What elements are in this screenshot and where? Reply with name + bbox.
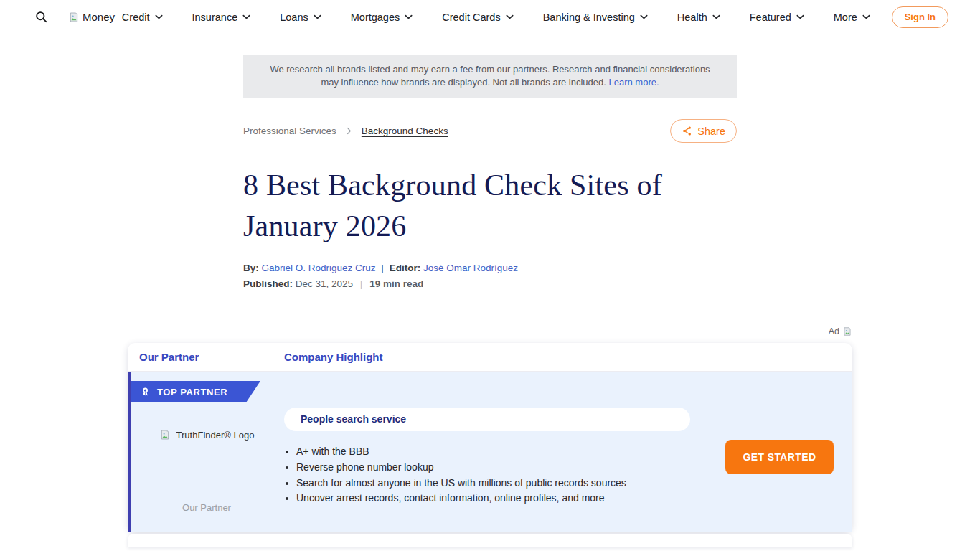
- nav-item-more[interactable]: More: [834, 11, 870, 23]
- broken-image-icon: [68, 11, 80, 23]
- search-button[interactable]: [33, 9, 50, 25]
- nav-item-credit-cards[interactable]: Credit Cards: [442, 11, 513, 23]
- table-row: TOP PARTNER TruthFinder® Logo Our Partne…: [128, 372, 852, 532]
- get-started-button[interactable]: GET STARTED: [725, 440, 834, 474]
- nav-item-insurance[interactable]: Insurance: [192, 11, 251, 23]
- top-partner-badge: TOP PARTNER: [131, 381, 260, 402]
- author-link[interactable]: Gabriel O. Rodriguez Cruz: [262, 263, 376, 273]
- chevron-down-icon: [862, 14, 870, 19]
- chevron-down-icon: [506, 14, 514, 19]
- our-partner-caption: Our Partner: [138, 502, 275, 513]
- next-table-row-partial: [128, 534, 852, 547]
- chevron-down-icon: [405, 14, 413, 19]
- medal-icon: [140, 387, 151, 397]
- main-menu: Credit Insurance Loans Mortgages Credit …: [115, 11, 877, 23]
- service-category-pill: People search service: [284, 408, 690, 431]
- share-icon: [682, 126, 692, 136]
- highlight-bullet: Uncover arrest records, contact informat…: [296, 491, 626, 505]
- by-label: By:: [243, 263, 259, 273]
- published-label: Published:: [243, 278, 293, 289]
- highlight-bullet: Reverse phone number lookup: [296, 460, 626, 474]
- top-partner-label: TOP PARTNER: [157, 387, 227, 397]
- highlight-bullet-list: A+ with the BBB Reverse phone number loo…: [284, 444, 626, 507]
- share-label: Share: [697, 126, 725, 137]
- nav-item-health[interactable]: Health: [677, 11, 720, 23]
- highlight-bullet: A+ with the BBB: [296, 444, 626, 458]
- chevron-down-icon: [314, 14, 321, 19]
- advertiser-disclosure: We research all brands listed and may ea…: [243, 55, 737, 98]
- nav-item-featured[interactable]: Featured: [750, 11, 804, 23]
- partner-logo[interactable]: TruthFinder® Logo: [138, 429, 275, 441]
- column-header-our-partner: Our Partner: [139, 351, 284, 363]
- breadcrumb-parent[interactable]: Professional Services: [243, 126, 336, 136]
- learn-more-link[interactable]: Learn more.: [608, 77, 659, 88]
- chevron-down-icon: [712, 14, 720, 19]
- breadcrumb-chevron-icon: [347, 127, 352, 135]
- published-line: Published: Dec 31, 2025 | 19 min read: [243, 278, 737, 289]
- nav-item-credit[interactable]: Credit: [122, 11, 163, 23]
- share-button[interactable]: Share: [670, 119, 737, 143]
- published-date: Dec 31, 2025: [296, 278, 353, 289]
- chevron-down-icon: [242, 14, 250, 19]
- nav-left: Money: [33, 9, 115, 25]
- logo-alt-text: Money: [83, 11, 115, 23]
- highlight-bullet: Search for almost anyone in the US with …: [296, 476, 626, 490]
- broken-image-icon: [159, 429, 171, 441]
- nav-item-banking-investing[interactable]: Banking & Investing: [543, 11, 648, 23]
- ad-disclosure: Ad: [128, 325, 852, 337]
- sign-in-button[interactable]: Sign In: [892, 6, 948, 28]
- column-header-company-highlight: Company Highlight: [284, 351, 383, 363]
- breadcrumb-current[interactable]: Background Checks: [362, 126, 448, 136]
- search-icon: [34, 10, 48, 24]
- chevron-down-icon: [796, 14, 804, 19]
- partner-logo-alt-text: TruthFinder® Logo: [176, 430, 255, 441]
- table-header-row: Our Partner Company Highlight: [128, 343, 852, 372]
- page-title: 8 Best Background Check Sites of January…: [243, 165, 737, 247]
- publine-separator: |: [360, 278, 363, 289]
- chevron-down-icon: [640, 14, 648, 19]
- nav-item-mortgages[interactable]: Mortgages: [351, 11, 413, 23]
- nav-item-loans[interactable]: Loans: [280, 11, 321, 23]
- partner-comparison-table: Our Partner Company Highlight TOP PARTNE…: [128, 343, 852, 532]
- read-time: 19 min read: [369, 278, 423, 289]
- editor-label: Editor:: [390, 263, 421, 273]
- breadcrumb: Professional Services Background Checks: [243, 126, 448, 136]
- byline-separator: |: [381, 263, 384, 273]
- page-main: We research all brands listed and may ea…: [0, 55, 980, 547]
- editor-link[interactable]: José Omar Rodríguez: [423, 263, 518, 273]
- money-logo[interactable]: Money: [68, 11, 115, 23]
- top-nav: Money Credit Insurance Loans Mortgages C…: [0, 0, 980, 34]
- ad-label: Ad: [829, 326, 839, 336]
- byline: By: Gabriel O. Rodriguez Cruz | Editor: …: [243, 263, 737, 273]
- chevron-down-icon: [155, 14, 163, 19]
- broken-image-icon: [842, 326, 852, 336]
